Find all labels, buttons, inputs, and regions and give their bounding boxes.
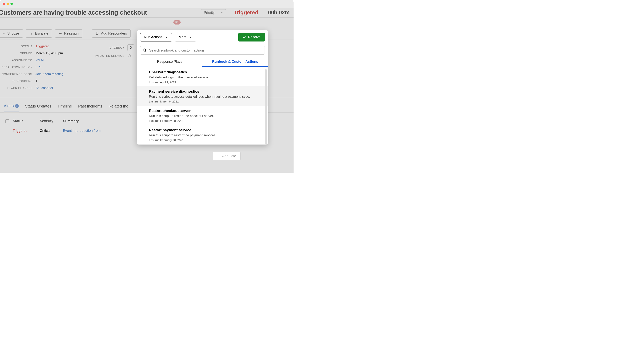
- urgency-value[interactable]: D: [127, 44, 134, 51]
- action-title: Restart payment service: [149, 128, 256, 132]
- escalate-label: Escalate: [35, 31, 48, 36]
- assigned-value[interactable]: Val M.: [36, 58, 45, 62]
- conference-label: CONFERENCE ZOOM: [0, 73, 36, 76]
- tab-response-plays[interactable]: Response Plays: [137, 58, 202, 67]
- action-lastrun: Last run February 28, 2021: [149, 119, 256, 122]
- tab-alerts[interactable]: Alerts 1: [4, 104, 19, 112]
- check-icon: [242, 36, 246, 39]
- escalate-button[interactable]: Escalate: [26, 29, 52, 38]
- action-desc: Pull detailed logs of the checkout servi…: [149, 76, 256, 79]
- actions-list: Checkout diagnostics Pull detailed logs …: [137, 67, 268, 144]
- col-header-severity: Severity: [40, 119, 63, 123]
- minimize-window-dot[interactable]: [7, 3, 9, 5]
- add-note-button[interactable]: Add note: [213, 152, 241, 160]
- maximize-window-dot[interactable]: [10, 3, 13, 5]
- run-actions-button[interactable]: Run Actions: [140, 33, 172, 41]
- incident-elapsed-time: 00h 02m: [268, 10, 290, 16]
- opened-value: March 12, 4:00 pm: [36, 51, 63, 55]
- action-lastrun: Last run February 20, 2021: [149, 138, 256, 142]
- action-lastrun: Last run April 1, 2021: [149, 80, 256, 84]
- run-actions-popover: Run Actions More Resolve Response Plays …: [137, 30, 268, 144]
- add-responders-label: Add Responders: [101, 31, 127, 36]
- scrollbar[interactable]: [265, 69, 267, 144]
- responders-label: RESPONDERS: [0, 79, 36, 83]
- svg-point-0: [96, 32, 97, 34]
- action-item-restart-payment[interactable]: Restart payment service Run this script …: [137, 125, 268, 144]
- action-title: Checkout diagnostics: [149, 70, 256, 74]
- action-item-checkout-diagnostics[interactable]: Checkout diagnostics Pull detailed logs …: [137, 67, 268, 87]
- action-title: Restart checkout server: [149, 109, 256, 113]
- add-person-icon: [96, 32, 99, 35]
- col-header-summary: Summary: [63, 119, 140, 123]
- priority-label: Priority: [204, 11, 215, 15]
- add-note-label: Add note: [222, 154, 236, 158]
- incident-status-heading: Triggered: [234, 10, 258, 16]
- more-label: More: [179, 35, 187, 39]
- incident-title: Customers are having trouble accessing c…: [0, 9, 147, 16]
- priority-badge: P1: [174, 20, 181, 25]
- tab-past-incidents[interactable]: Past Incidents: [78, 104, 103, 112]
- svg-point-3: [143, 49, 146, 51]
- add-responders-button[interactable]: Add Responders: [92, 29, 131, 38]
- tab-alerts-label: Alerts: [4, 104, 14, 108]
- share-icon: [59, 32, 62, 35]
- priority-select[interactable]: Priority: [201, 9, 226, 16]
- status-value: Triggered: [36, 44, 49, 48]
- urgency-label: URGENCY: [95, 46, 127, 49]
- row-status: Triggered: [13, 129, 40, 133]
- reassign-button[interactable]: Reassign: [55, 29, 82, 38]
- chevron-down-icon: [220, 11, 223, 14]
- impacted-service-label: IMPACTED SERVICE: [95, 54, 127, 57]
- action-desc: Run this script to access detailed logs …: [149, 95, 256, 99]
- assigned-label: ASSIGNED TO: [0, 59, 36, 62]
- col-header-status: Status: [13, 119, 40, 123]
- snooze-button[interactable]: Snooze: [0, 29, 23, 38]
- snooze-label: Snooze: [7, 31, 19, 36]
- run-actions-label: Run Actions: [144, 35, 162, 39]
- resolve-button[interactable]: Resolve: [238, 33, 265, 41]
- cube-icon: [127, 54, 131, 57]
- resolve-label: Resolve: [248, 35, 260, 39]
- action-desc: Run this script to restart the payment s…: [149, 133, 256, 137]
- alerts-count-badge: 1: [15, 104, 19, 108]
- svg-line-4: [145, 51, 146, 52]
- conference-value[interactable]: Join Zoom meeting: [36, 72, 64, 76]
- search-field-wrap[interactable]: [140, 46, 265, 55]
- search-icon: [143, 48, 147, 52]
- row-summary[interactable]: Event in production from: [63, 129, 140, 133]
- tab-timeline[interactable]: Timeline: [57, 104, 72, 112]
- action-item-restart-checkout[interactable]: Restart checkout server Run this script …: [137, 106, 268, 125]
- plus-icon: [217, 154, 221, 158]
- slack-label: SLACK CHANNEL: [0, 87, 36, 90]
- slack-value[interactable]: Set channel: [36, 86, 53, 90]
- arrow-up-icon: [29, 32, 33, 35]
- select-all-checkbox[interactable]: [5, 119, 9, 123]
- reassign-label: Reassign: [64, 31, 79, 36]
- action-item-payment-diagnostics[interactable]: Payment service diagnostics Run this scr…: [137, 87, 268, 106]
- search-input[interactable]: [149, 48, 262, 52]
- row-severity: Critical: [40, 129, 63, 133]
- tab-related-incidents[interactable]: Related Inc: [108, 104, 128, 112]
- chevron-down-icon: [189, 36, 192, 39]
- chevron-down-icon: [165, 36, 168, 39]
- action-title: Payment service diagnostics: [149, 89, 256, 94]
- action-lastrun: Last run March 6, 2021: [149, 100, 256, 103]
- opened-label: OPENED: [0, 52, 36, 55]
- escalation-value[interactable]: EP1: [36, 65, 42, 69]
- window-titlebar: [0, 0, 294, 8]
- tab-status-updates[interactable]: Status Updates: [25, 104, 51, 112]
- escalation-label: ESCALATION POLICY: [0, 66, 36, 69]
- responders-value: 1: [36, 79, 37, 83]
- action-desc: Run this script to restart the checkout …: [149, 114, 256, 118]
- more-button[interactable]: More: [175, 33, 196, 41]
- tab-runbook-actions[interactable]: Runbook & Custom Actions: [202, 58, 268, 67]
- close-window-dot[interactable]: [3, 3, 5, 5]
- chevron-down-icon: [2, 32, 5, 35]
- status-label: STATUS: [0, 45, 36, 48]
